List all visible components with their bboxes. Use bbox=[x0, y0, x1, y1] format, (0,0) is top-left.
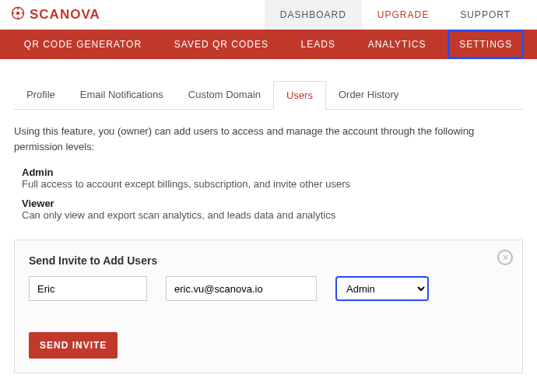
settings-tabs: Profile Email Notifications Custom Domai… bbox=[14, 81, 523, 110]
permission-viewer-title: Viewer bbox=[22, 198, 523, 209]
topnav-support[interactable]: SUPPORT bbox=[444, 0, 526, 30]
permission-admin-desc: Full access to account except billings, … bbox=[22, 178, 523, 190]
invite-email-input[interactable] bbox=[166, 276, 317, 301]
invite-role-select[interactable]: Admin Viewer bbox=[335, 276, 429, 301]
users-intro-text: Using this feature, you (owner) can add … bbox=[14, 124, 523, 154]
nav-qr-generator[interactable]: QR CODE GENERATOR bbox=[13, 30, 153, 59]
svg-point-1 bbox=[16, 11, 20, 15]
send-invite-button[interactable]: SEND INVITE bbox=[29, 332, 118, 359]
permission-viewer-desc: Can only view and export scan analytics,… bbox=[22, 209, 523, 221]
topnav-upgrade[interactable]: UPGRADE bbox=[362, 0, 444, 30]
permission-admin: Admin Full access to account except bill… bbox=[22, 166, 523, 190]
tab-custom-domain[interactable]: Custom Domain bbox=[176, 81, 273, 109]
tab-profile[interactable]: Profile bbox=[14, 81, 68, 109]
close-icon[interactable]: ✕ bbox=[497, 250, 513, 265]
invite-panel: ✕ Send Invite to Add Users Admin Viewer … bbox=[14, 240, 523, 373]
nav-leads[interactable]: LEADS bbox=[290, 30, 346, 59]
tab-users[interactable]: Users bbox=[273, 81, 326, 110]
page-content: Profile Email Notifications Custom Domai… bbox=[0, 59, 537, 387]
tab-order-history[interactable]: Order History bbox=[326, 81, 411, 109]
permission-admin-title: Admin bbox=[22, 166, 523, 178]
tab-email-notifications[interactable]: Email Notifications bbox=[68, 81, 176, 109]
nav-settings[interactable]: SETTINGS bbox=[447, 30, 524, 59]
brand-icon bbox=[11, 6, 25, 24]
topnav-dashboard[interactable]: DASHBOARD bbox=[265, 0, 362, 30]
permission-viewer: Viewer Can only view and export scan ana… bbox=[22, 198, 523, 221]
brand-name: SCANOVA bbox=[30, 7, 100, 23]
brand[interactable]: SCANOVA bbox=[11, 6, 100, 24]
nav-analytics[interactable]: ANALYTICS bbox=[357, 30, 437, 59]
invite-name-input[interactable] bbox=[29, 276, 147, 301]
nav-saved-qr[interactable]: SAVED QR CODES bbox=[163, 30, 279, 59]
invite-title: Send Invite to Add Users bbox=[29, 254, 508, 267]
main-navbar: QR CODE GENERATOR SAVED QR CODES LEADS A… bbox=[0, 30, 537, 59]
topbar: SCANOVA DASHBOARD UPGRADE SUPPORT bbox=[0, 0, 537, 30]
